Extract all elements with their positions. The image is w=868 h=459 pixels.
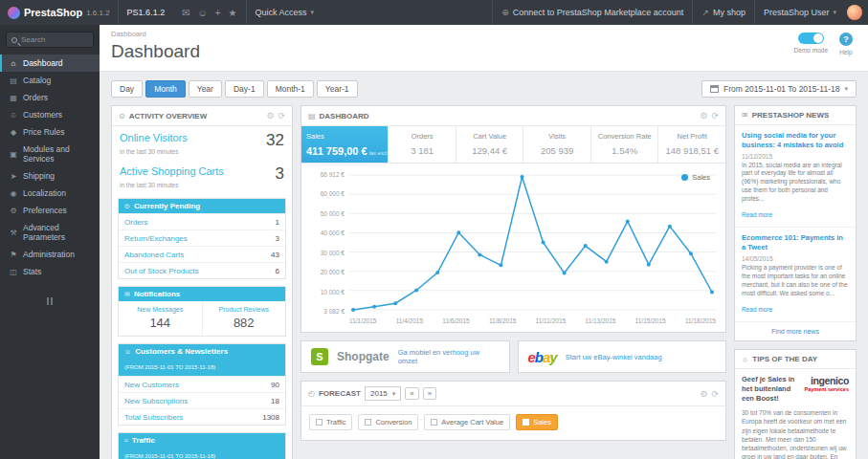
sidebar-item-shipping[interactable]: ➤Shipping — [0, 167, 100, 185]
returns-link[interactable]: Return/Exchanges — [124, 234, 188, 243]
sidebar-item-administration[interactable]: ⚑Administration — [0, 246, 100, 263]
sidebar-item-price-rules[interactable]: ◆Price Rules — [0, 123, 100, 141]
kpi-visits-tab[interactable]: Visits 205 939 — [523, 126, 591, 163]
forecast-sales-checkbox[interactable]: Sales — [516, 414, 558, 430]
user-menu-dropdown[interactable]: PrestaShop User ▾ — [754, 0, 845, 25]
catalog-icon: ▤ — [9, 76, 18, 85]
sidebar: ⌂Dashboard ▤Catalog ▦Orders ☺Customers ◆… — [0, 25, 100, 459]
forecast-conversion-checkbox[interactable]: Conversion — [358, 414, 418, 430]
version-label: 1.6.1.2 — [86, 9, 109, 17]
online-visitors-link[interactable]: Online Visitors — [120, 132, 188, 143]
dashboard-icon: ▤ — [308, 112, 316, 120]
marketplace-link[interactable]: ⊕ Connect to PrestaShop Marketplace acco… — [492, 0, 692, 25]
sidebar-item-advanced-parameters[interactable]: ⚒Advanced Parameters — [0, 219, 100, 246]
kpi-sales-tab[interactable]: Sales 411 759,00 €tax excl. — [301, 126, 389, 163]
sidebar-item-customers[interactable]: ☺Customers — [0, 106, 100, 123]
quick-access-dropdown[interactable]: Quick Access ▾ — [246, 0, 323, 25]
topbar-quick-icons: ✉ ☺ + ★ — [173, 0, 245, 25]
day-button[interactable]: Day — [111, 80, 143, 98]
active-carts-subtitle: in the last 30 minutes — [112, 182, 292, 193]
customers-icon: ☺ — [9, 111, 18, 120]
new-subscriptions-link[interactable]: New Subscriptions — [124, 397, 188, 405]
refresh-icon[interactable]: ⟳ — [711, 389, 719, 399]
new-messages-cell[interactable]: New Messages 144 — [119, 301, 202, 336]
gear-icon[interactable]: ⚙ — [700, 389, 707, 399]
sidebar-item-stats[interactable]: ◫Stats — [0, 263, 100, 280]
sidebar-item-catalog[interactable]: ▤Catalog — [0, 72, 100, 89]
day-minus-1-button[interactable]: Day-1 — [225, 80, 264, 98]
year-minus-1-button[interactable]: Year-1 — [317, 80, 358, 98]
date-range-picker[interactable]: From 2015-11-01 To 2015-11-18 ▾ — [701, 80, 857, 98]
product-reviews-cell[interactable]: Product Reviews 882 — [202, 301, 286, 336]
chart-plot-area: Sales — [349, 171, 716, 315]
customers-row: New Customers90 — [119, 376, 285, 392]
forecast-prev-button[interactable]: « — [405, 387, 418, 400]
cart-icon[interactable]: ✉ — [182, 8, 189, 18]
notifications-section: ✉Notifications New Messages 144 Product … — [118, 286, 286, 337]
add-icon[interactable]: + — [215, 8, 221, 18]
forecast-year-select[interactable]: 2015 ▾ — [365, 386, 401, 401]
kpi-orders-tab[interactable]: Orders 3 181 — [389, 126, 456, 163]
demo-mode-toggle[interactable] — [798, 33, 824, 44]
breadcrumb[interactable]: Dashboard — [111, 30, 200, 38]
avatar[interactable] — [847, 5, 862, 20]
price-rules-icon: ◆ — [9, 128, 18, 137]
news-article-link[interactable]: Using social media for your business: 4 … — [742, 131, 849, 150]
module-promos: S Shopgate Ga mobiel en verhoog uw omzet… — [300, 340, 726, 373]
demo-mode-control: Demo mode — [794, 33, 828, 54]
prestashop-news-panel: ✉ PRESTASHOP NEWS Using social media for… — [734, 105, 857, 341]
orders-link[interactable]: Orders — [124, 218, 147, 227]
activity-icon: ⊙ — [119, 112, 125, 120]
shop-name: PS1.6.1.2 — [118, 0, 174, 25]
sidebar-item-modules[interactable]: ▣Modules and Services — [0, 141, 100, 167]
news-header: ✉ PRESTASHOP NEWS — [735, 106, 856, 125]
month-minus-1-button[interactable]: Month-1 — [267, 80, 314, 98]
month-button[interactable]: Month — [145, 80, 186, 98]
new-customers-link[interactable]: New Customers — [124, 381, 179, 389]
tips-header: ☼ TIPS OF THE DAY — [735, 350, 856, 369]
kpi-cart-value-tab[interactable]: Cart Value 129,44 € — [456, 126, 524, 163]
gear-icon: ⚙ — [9, 207, 18, 215]
find-more-news-link[interactable]: Find more news — [735, 322, 856, 340]
forecast-next-button[interactable]: » — [423, 387, 436, 400]
sidebar-collapse-button[interactable] — [0, 292, 100, 309]
sidebar-item-localization[interactable]: ◉Localization — [0, 185, 100, 202]
sidebar-item-dashboard[interactable]: ⌂Dashboard — [0, 55, 100, 72]
calendar-icon — [710, 85, 719, 93]
total-subscribers-link[interactable]: Total Subscribers — [124, 413, 183, 422]
forecast-avg-cart-checkbox[interactable]: Average Cart Value — [424, 414, 510, 430]
search-input[interactable] — [21, 35, 88, 44]
gear-icon[interactable]: ⚙ — [700, 111, 707, 120]
topbar-right: ⊕ Connect to PrestaShop Marketplace acco… — [492, 0, 868, 25]
pending-row: Return/Exchanges3 — [119, 230, 285, 246]
abandoned-carts-link[interactable]: Abandoned Carts — [124, 251, 184, 259]
news-article-date: 14/05/2015 — [742, 255, 849, 262]
online-visitors-value: 32 — [266, 132, 284, 148]
read-more-link[interactable]: Read more — [742, 211, 772, 218]
online-visitors-stat: Online Visitors 32 — [112, 126, 292, 148]
read-more-link[interactable]: Read more — [742, 306, 772, 313]
refresh-icon[interactable]: ⟳ — [711, 111, 719, 120]
ebay-link[interactable]: Start uw eBay-winkel vandaag — [566, 353, 662, 361]
forecast-traffic-checkbox[interactable]: Traffic — [309, 414, 352, 430]
kpi-conversion-tab[interactable]: Conversion Rate 1.54% — [591, 126, 659, 163]
year-button[interactable]: Year — [189, 80, 222, 98]
refresh-icon[interactable]: ⟳ — [278, 111, 285, 120]
prestashop-logo[interactable]: PrestaShop 1.6.1.2 — [0, 0, 118, 25]
out-of-stock-link[interactable]: Out of Stock Products — [124, 267, 199, 275]
gear-icon[interactable]: ⚙ — [266, 111, 274, 120]
customers-icon[interactable]: ☺ — [198, 8, 208, 18]
sidebar-item-orders[interactable]: ▦Orders — [0, 89, 100, 106]
help-icon[interactable]: ? — [839, 33, 853, 46]
notifications-icon: ✉ — [124, 291, 130, 298]
sidebar-item-preferences[interactable]: ⚙Preferences — [0, 202, 100, 219]
chevron-down-icon: ▾ — [833, 9, 836, 16]
my-shop-link[interactable]: ↗ My shop — [692, 0, 754, 25]
active-carts-link[interactable]: Active Shopping Carts — [120, 165, 224, 177]
expertise-icon[interactable]: ★ — [229, 8, 237, 18]
right-column: ✉ PRESTASHOP NEWS Using social media for… — [734, 105, 857, 459]
topbar-left: PrestaShop 1.6.1.2 PS1.6.1.2 ✉ ☺ + ★ Qui… — [0, 0, 323, 25]
shopgate-link[interactable]: Ga mobiel en verhoog uw omzet — [398, 348, 500, 365]
kpi-net-profit-tab[interactable]: Net Profit 148 918,51 € — [658, 126, 725, 163]
news-article-link[interactable]: Ecommerce 101: Payments in a Tweet — [742, 233, 849, 252]
